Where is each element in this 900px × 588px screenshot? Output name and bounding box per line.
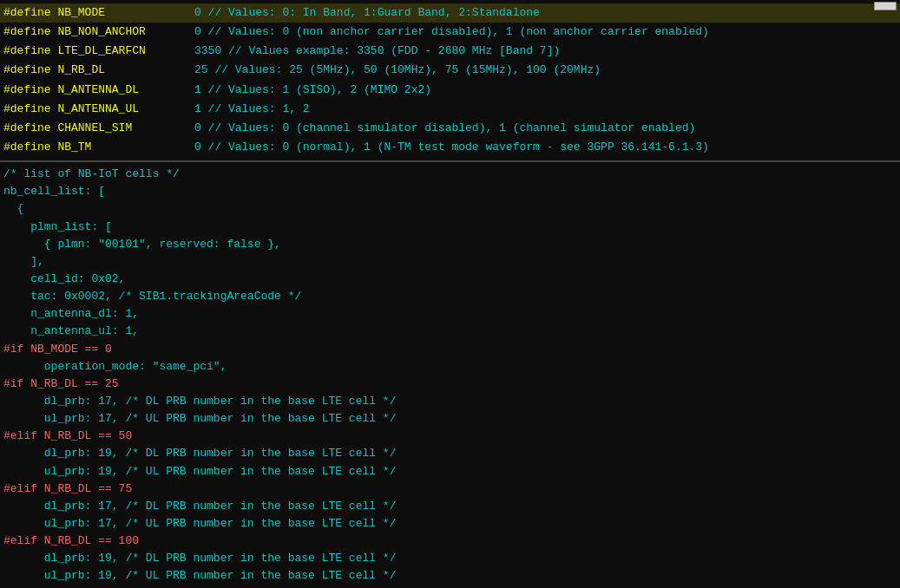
define-keyword: #define N_RB_DL — [3, 62, 194, 79]
code-container: /* list of NB-IoT cells */nb_cell_list: … — [3, 166, 897, 588]
define-line: #define N_ANTENNA_UL1 // Values: 1, 2 — [0, 100, 900, 119]
code-line: operation_mode: "same_pci", — [3, 358, 897, 376]
code-line: n_antenna_dl: 1, — [3, 305, 897, 323]
define-keyword: #define N_ANTENNA_UL — [3, 101, 194, 118]
code-line: { plmn: "00101", reserved: false }, — [3, 236, 897, 253]
define-line: #define LTE_DL_EARFCN3350 // Values exam… — [0, 42, 900, 61]
code-line: #elif N_RB_DL == 100 — [3, 532, 897, 550]
code-line: ul_prb: 17, /* UL PRB number in the base… — [3, 515, 897, 532]
code-line: #if NB_MODE == 0 — [3, 341, 897, 358]
code-line: #elif N_RB_DL == 75 — [3, 480, 897, 498]
code-line: n_antenna_ul: 1, — [3, 323, 897, 340]
code-line: #endif — [3, 585, 897, 589]
code-line: ul_prb: 19, /* UL PRB number in the base… — [3, 463, 897, 480]
code-line: nb_cell_list: [ — [3, 183, 897, 200]
call-box-button[interactable] — [874, 2, 897, 10]
define-value: 0 // Values: 0: In Band, 1:Guard Band, 2… — [194, 4, 540, 22]
defines-container: #define NB_MODE0 // Values: 0: In Band, … — [0, 3, 900, 157]
code-line: ul_prb: 19, /* UL PRB number in the base… — [3, 567, 897, 585]
define-keyword: #define N_ANTENNA_DL — [3, 82, 194, 99]
code-line: plmn_list: [ — [3, 219, 897, 236]
code-line: dl_prb: 17, /* DL PRB number in the base… — [3, 498, 897, 515]
code-section: /* list of NB-IoT cells */nb_cell_list: … — [0, 162, 900, 588]
code-line: tac: 0x0002, /* SIB1.trackingAreaCode */ — [3, 288, 897, 305]
define-value: 3350 // Values example: 3350 (FDD - 2680… — [194, 42, 560, 60]
define-keyword: #define CHANNEL_SIM — [3, 120, 194, 137]
code-line: ul_prb: 17, /* UL PRB number in the base… — [3, 410, 897, 428]
top-section: #define NB_MODE0 // Values: 0: In Band, … — [0, 0, 900, 162]
define-line: #define NB_TM0 // Values: 0 (normal), 1 … — [0, 138, 900, 157]
code-line: dl_prb: 17, /* DL PRB number in the base… — [3, 393, 897, 410]
define-value: 0 // Values: 0 (non anchor carrier disab… — [194, 23, 709, 41]
define-value: 0 // Values: 0 (channel simulator disabl… — [194, 120, 695, 137]
define-line: #define CHANNEL_SIM0 // Values: 0 (chann… — [0, 119, 900, 138]
define-keyword: #define NB_MODE — [3, 4, 194, 22]
code-line: ], — [3, 253, 897, 271]
code-line: dl_prb: 19, /* DL PRB number in the base… — [3, 550, 897, 567]
code-line: dl_prb: 19, /* DL PRB number in the base… — [3, 445, 897, 462]
define-value: 25 // Values: 25 (5MHz), 50 (10MHz), 75 … — [194, 62, 601, 79]
define-keyword: #define NB_TM — [3, 139, 194, 156]
define-line: #define N_ANTENNA_DL1 // Values: 1 (SISO… — [0, 81, 900, 100]
define-value: 0 // Values: 0 (normal), 1 (N-TM test mo… — [194, 139, 709, 156]
define-line: #define NB_MODE0 // Values: 0: In Band, … — [0, 3, 900, 23]
code-line: #if N_RB_DL == 25 — [3, 376, 897, 393]
code-line: cell_id: 0x02, — [3, 271, 897, 288]
define-value: 1 // Values: 1 (SISO), 2 (MIMO 2x2) — [194, 82, 431, 99]
define-keyword: #define LTE_DL_EARFCN — [3, 42, 194, 60]
main-container: #define NB_MODE0 // Values: 0: In Band, … — [0, 0, 900, 588]
define-value: 1 // Values: 1, 2 — [194, 101, 310, 118]
code-line: /* list of NB-IoT cells */ — [3, 166, 897, 183]
define-line: #define NB_NON_ANCHOR0 // Values: 0 (non… — [0, 23, 900, 42]
code-line: { — [3, 200, 897, 218]
code-line: #elif N_RB_DL == 50 — [3, 428, 897, 445]
define-line: #define N_RB_DL25 // Values: 25 (5MHz), … — [0, 61, 900, 80]
define-keyword: #define NB_NON_ANCHOR — [3, 23, 194, 41]
